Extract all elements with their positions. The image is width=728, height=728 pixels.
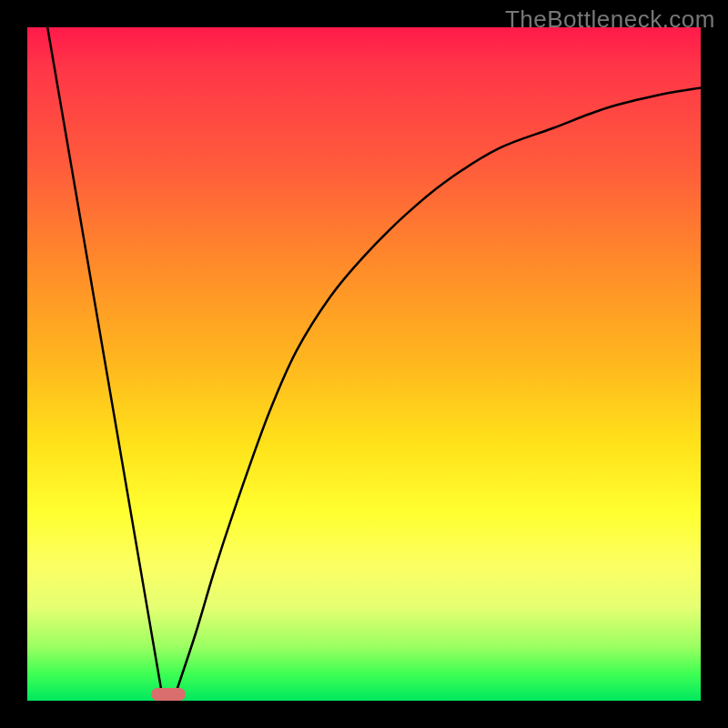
chart-frame: TheBottleneck.com [0, 0, 728, 728]
bottleneck-curve-right [176, 88, 701, 694]
watermark-text: TheBottleneck.com [505, 5, 715, 34]
plot-area [27, 27, 701, 701]
optimal-marker [151, 688, 186, 701]
bottleneck-curve-left [47, 27, 162, 694]
curve-layer [27, 27, 701, 701]
